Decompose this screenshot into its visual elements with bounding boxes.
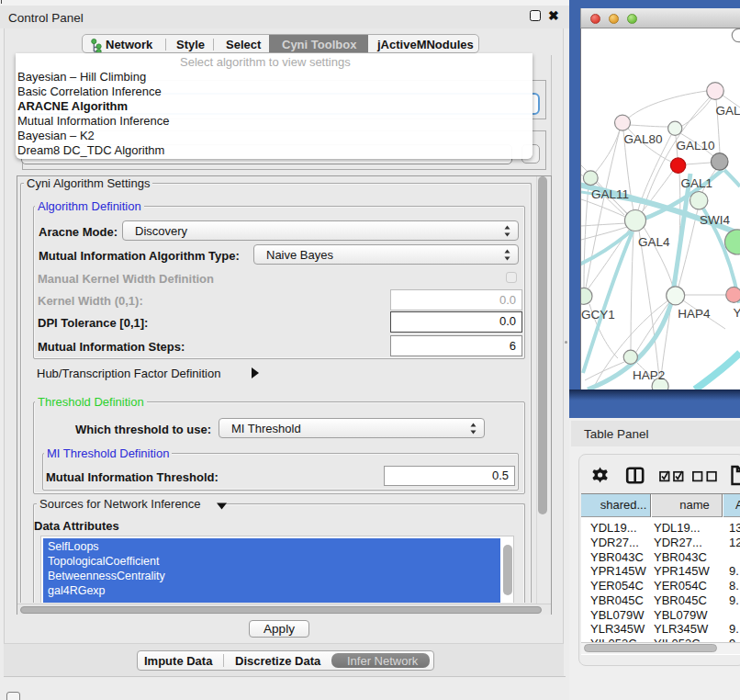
svg-text:GAL1: GAL1 <box>680 176 712 190</box>
svg-text:GCY1: GCY1 <box>581 308 615 322</box>
svg-text:SWI4: SWI4 <box>700 213 730 227</box>
svg-text:GAL80: GAL80 <box>623 132 662 146</box>
svg-text:GAL4: GAL4 <box>638 235 670 249</box>
svg-text:HAP2: HAP2 <box>633 368 665 382</box>
svg-text:GAL7: GAL7 <box>716 104 740 118</box>
svg-text:GAL11: GAL11 <box>591 187 629 201</box>
svg-text:GAL10: GAL10 <box>677 139 715 152</box>
svg-text:HAP4: HAP4 <box>678 307 711 321</box>
svg-text:Y: Y <box>734 306 740 320</box>
